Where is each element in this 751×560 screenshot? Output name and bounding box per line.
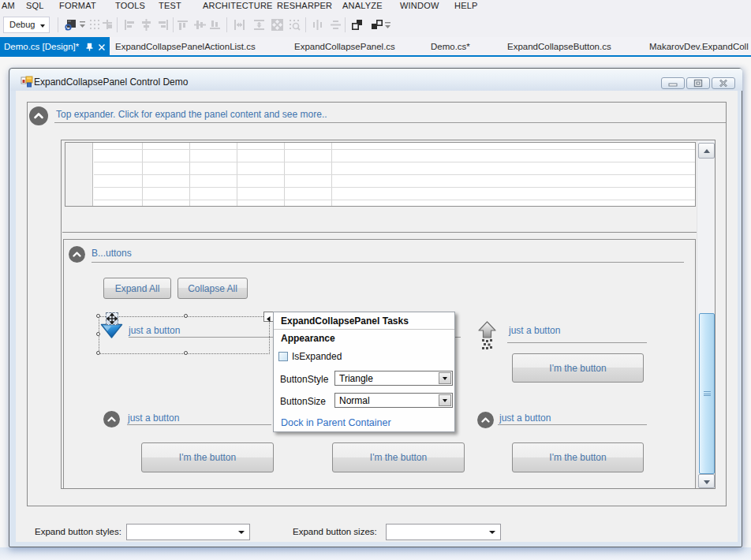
buttonstyle-combo[interactable]: Triangle [334,371,453,386]
bottom-middle-im-the-button[interactable]: I'm the button [332,442,465,472]
show-grid-icon[interactable] [88,18,102,32]
move-handle[interactable] [106,312,118,325]
menu-item-tools[interactable]: TOOLS [115,1,145,10]
menu-item-test[interactable]: TEST [159,1,181,10]
toolbar-separator [117,17,118,32]
buttons-expander-collapse-button[interactable] [69,246,85,263]
selection-rectangle[interactable] [99,316,270,354]
bottom-left-expander-underline [127,424,271,425]
maximize-button[interactable] [686,77,710,89]
bring-to-front-icon[interactable] [350,18,364,32]
size-to-grid-icon[interactable] [288,18,301,32]
vertical-scrollbar[interactable] [697,140,715,488]
smart-tag-title: ExpandCollapsePanel Tasks [281,315,409,327]
menu-item-help[interactable]: HELP [454,1,478,10]
combo-dropdown-button[interactable] [439,372,451,384]
toolbar-separator [345,17,346,32]
bottom-right-expander-label[interactable]: just a button [499,413,551,424]
isexpanded-checkbox[interactable] [278,352,288,361]
right-expander-label[interactable]: just a button [509,325,560,336]
minimize-button[interactable] [661,77,685,89]
menu-item-resharper[interactable]: RESHARPER [277,1,332,10]
make-same-height-icon[interactable] [252,18,266,32]
pin-icon[interactable] [84,41,94,55]
toolbar-separator [173,17,174,32]
menu-item-team[interactable]: AM [2,1,15,10]
close-button[interactable] [712,77,735,89]
selection-handle-top-left[interactable] [96,314,100,318]
make-same-size-icon[interactable] [271,18,284,32]
find-in-files-icon[interactable] [64,18,77,32]
buttonsize-combo[interactable]: Normal [334,393,453,408]
combo-dropdown-button[interactable] [439,394,451,406]
menu-bar: AM SQL FORMAT TOOLS TEST ARCHITECTURE RE… [0,0,751,13]
bottom-left-im-the-button[interactable]: I'm the button [141,442,274,472]
demo-form-window: ExpandCollapsePanel Control Demo Top exp… [9,68,742,547]
make-same-width-icon[interactable] [233,18,246,32]
buttons-expander-label[interactable]: B...uttons [92,248,132,259]
align-centers-icon[interactable] [140,18,153,32]
dock-in-parent-container-link[interactable]: Dock in Parent Container [281,417,391,428]
menu-item-window[interactable]: WINDOW [400,1,439,10]
bottom-right-im-the-button[interactable]: I'm the button [512,442,644,472]
selection-handle-bottom-center[interactable] [184,351,188,355]
buttonsize-value: Normal [339,395,370,406]
scrollbar-up-button[interactable] [698,143,715,159]
menu-item-analyze[interactable]: ANALYZE [342,1,383,10]
tab-label: Demo.cs [Design]* [4,42,79,51]
align-bottoms-icon[interactable] [208,18,222,32]
toolbar-separator [58,17,58,32]
bottom-right-expander-collapse-button[interactable] [477,412,494,428]
tab-demo-cs[interactable]: Demo.cs* [431,42,470,51]
align-rights-icon[interactable] [157,18,170,32]
collapse-all-button[interactable]: Collapse All [177,278,248,299]
selection-handle-top-center[interactable] [184,314,188,318]
buttonsize-label: ButtonSize [280,396,326,407]
tab-expandcollapsepanel[interactable]: ExpandCollapsePanel.cs [294,42,395,51]
selection-handle-bottom-left[interactable] [96,351,100,355]
align-tops-icon[interactable] [176,18,189,32]
selection-handle-middle-left[interactable] [96,332,100,336]
menu-item-format[interactable]: FORMAT [59,1,96,10]
triangle-down-icon [238,531,245,534]
bottom-left-expander-collapse-button[interactable] [103,411,120,427]
fat-arrow-expand-button[interactable] [478,321,497,353]
right-expander-underline [507,342,647,343]
tab-demo-cs-design[interactable]: Demo.cs [Design]* [0,37,110,55]
debug-configuration-combo[interactable]: Debug [3,17,50,33]
grid-row-header-column [65,143,93,206]
right-im-the-button[interactable]: I'm the button [512,353,644,383]
top-expander-collapse-button[interactable] [29,106,48,125]
toolbar-overflow-icon[interactable] [384,22,398,35]
top-expander-label[interactable]: Top expander. Click for expand the panel… [56,109,327,120]
toolbar-separator [226,17,227,32]
expand-button-sizes-combo[interactable] [386,524,501,540]
menu-item-sql[interactable]: SQL [26,1,44,10]
tab-makarovdev[interactable]: MakarovDev.ExpandColl [649,42,749,51]
window-bottom-shadow-strip [0,547,751,560]
vertical-spacing-icon[interactable] [329,18,342,32]
expand-button-styles-combo[interactable] [126,524,250,540]
align-middles-icon[interactable] [193,18,207,32]
tab-expandcollapsebutton[interactable]: ExpandCollapseButton.cs [507,42,611,51]
menu-item-architecture[interactable]: ARCHITECTURE [203,1,273,10]
triangle-down-icon [443,377,447,380]
expand-all-button[interactable]: Expand All [103,278,171,299]
snap-to-grid-icon[interactable] [101,18,114,32]
close-icon[interactable] [97,41,106,55]
expand-button-styles-label: Expand button styles: [35,527,121,536]
align-lefts-icon[interactable] [122,18,136,32]
send-to-back-icon[interactable] [370,18,383,32]
triangle-down-icon [443,399,447,402]
form-title-bar[interactable]: ExpandCollapsePanel Control Demo [10,69,742,91]
bottom-left-expander-label[interactable]: just a button [128,413,179,424]
tab-expandcollapsepanelactionlist[interactable]: ExpandCollapsePanelActionList.cs [115,42,256,51]
scrollbar-down-button[interactable] [698,474,715,488]
data-grid[interactable] [65,142,696,207]
scrollbar-thumb[interactable] [699,313,715,474]
isexpanded-label[interactable]: IsExpanded [292,351,342,362]
chevron-down-icon [40,24,45,28]
horizontal-spacing-icon[interactable] [311,18,324,32]
buttonstyle-value: Triangle [339,373,373,384]
buttonstyle-label: ButtonStyle [280,374,328,385]
